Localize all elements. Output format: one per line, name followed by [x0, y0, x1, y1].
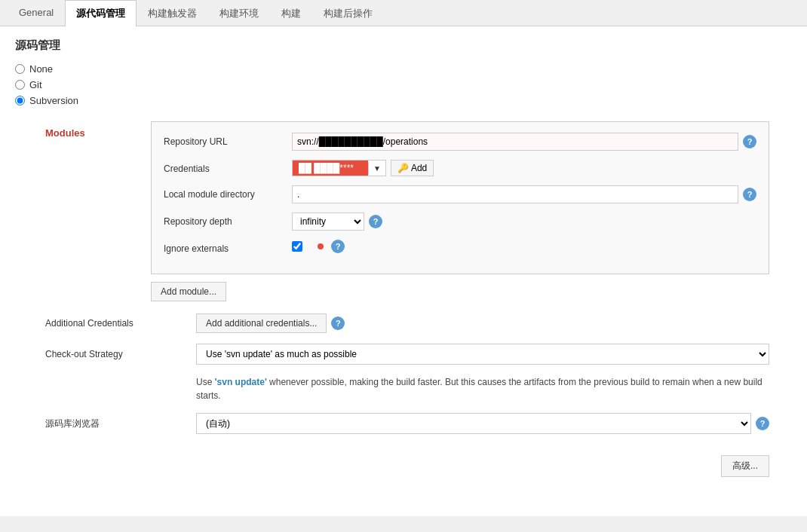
checkout-strategy-control: Use 'svn update' as much as possible: [196, 344, 769, 365]
credentials-value: ██ ████****: [293, 161, 368, 176]
tab-source-management[interactable]: 源代码管理: [65, 0, 137, 26]
modules-box: Repository URL ? Credentials: [151, 121, 769, 274]
add-module-button[interactable]: Add module...: [151, 282, 226, 301]
ignore-externals-row: Ignore externals ?: [164, 240, 756, 254]
tab-build-triggers[interactable]: 构建触发器: [137, 0, 208, 26]
repo-url-row: Repository URL ?: [164, 133, 756, 151]
add-btn-label: Add: [411, 163, 427, 173]
repo-depth-row: Repository depth infinity empty files im: [164, 212, 756, 231]
checkout-strategy-select[interactable]: Use 'svn update' as much as possible: [196, 344, 769, 365]
local-module-input[interactable]: [292, 185, 738, 203]
add-additional-credentials-btn[interactable]: Add additional credentials...: [196, 313, 327, 333]
browser-help-icon[interactable]: ?: [756, 417, 769, 430]
browser-select[interactable]: (自动): [196, 413, 751, 434]
ignore-externals-help-icon[interactable]: ?: [331, 240, 345, 253]
credentials-label: Credentials: [164, 160, 292, 174]
ignore-externals-label: Ignore externals: [164, 240, 292, 254]
repo-depth-help-icon[interactable]: ?: [369, 215, 382, 228]
radio-git-input[interactable]: [15, 80, 25, 90]
main-content: 源码管理 None Git Subversion Modules Reposit…: [0, 26, 807, 516]
additional-credentials-row: Additional Credentials Add additional cr…: [45, 313, 769, 333]
page-title: 源码管理: [15, 38, 792, 53]
browser-control: (自动) ?: [196, 413, 769, 434]
repo-depth-label: Repository depth: [164, 212, 292, 227]
repo-url-input[interactable]: [292, 133, 738, 151]
ignore-externals-checkbox[interactable]: [292, 241, 302, 252]
tab-build[interactable]: 构建: [270, 0, 312, 26]
radio-git[interactable]: Git: [15, 79, 792, 90]
additional-creds-help-icon[interactable]: ?: [331, 316, 345, 330]
additional-credentials-control: Add additional credentials... ?: [196, 313, 769, 333]
radio-svn-input[interactable]: [15, 96, 25, 105]
ignore-externals-control: ?: [292, 240, 756, 253]
advanced-button[interactable]: 高级...: [721, 455, 769, 477]
radio-none-input[interactable]: [15, 64, 25, 74]
checkout-strategy-label: Check-out Strategy: [45, 349, 196, 359]
radio-none-label[interactable]: None: [29, 63, 53, 75]
credentials-select-wrap[interactable]: ██ ████**** ▼: [292, 160, 386, 176]
local-module-row: Local module directory ?: [164, 185, 756, 203]
radio-subversion[interactable]: Subversion: [15, 95, 792, 106]
repo-url-control: ?: [292, 133, 756, 151]
credentials-dropdown-arrow[interactable]: ▼: [368, 162, 385, 175]
tab-post-build[interactable]: 构建后操作: [312, 0, 384, 26]
credentials-control: ██ ████**** ▼ 🔑 Add: [292, 160, 756, 176]
radio-svn-label[interactable]: Subversion: [29, 95, 78, 106]
radio-none[interactable]: None: [15, 63, 792, 75]
repo-url-label: Repository URL: [164, 133, 292, 147]
repo-depth-control: infinity empty files immediates ?: [292, 212, 756, 231]
radio-git-label[interactable]: Git: [29, 79, 42, 90]
key-icon: 🔑: [397, 163, 409, 173]
modules-label: Modules: [45, 127, 136, 139]
svn-update-highlight: 'svn update': [215, 377, 267, 387]
depth-select[interactable]: infinity empty files immediates: [293, 213, 364, 230]
add-credentials-btn[interactable]: 🔑 Add: [391, 160, 434, 176]
additional-credentials-label: Additional Credentials: [45, 318, 196, 329]
red-dot-indicator: [318, 243, 324, 249]
local-module-help-icon[interactable]: ?: [743, 188, 756, 201]
checkout-desc: Use 'svn update' whenever possible, maki…: [196, 375, 769, 402]
browser-row: 源码库浏览器 (自动) ?: [45, 413, 769, 434]
repo-url-help-icon[interactable]: ?: [743, 135, 756, 148]
local-module-label: Local module directory: [164, 185, 292, 200]
tab-bar: General 源代码管理 构建触发器 构建环境 构建 构建后操作: [0, 0, 807, 26]
credentials-row: Credentials ██ ████**** ▼ 🔑 Ad: [164, 160, 756, 176]
checkout-strategy-row: Check-out Strategy Use 'svn update' as m…: [45, 344, 769, 365]
tab-general[interactable]: General: [8, 0, 65, 26]
browser-label: 源码库浏览器: [45, 417, 196, 430]
tab-build-env[interactable]: 构建环境: [208, 0, 270, 26]
local-module-control: ?: [292, 185, 756, 203]
depth-select-wrap[interactable]: infinity empty files immediates: [292, 212, 364, 231]
